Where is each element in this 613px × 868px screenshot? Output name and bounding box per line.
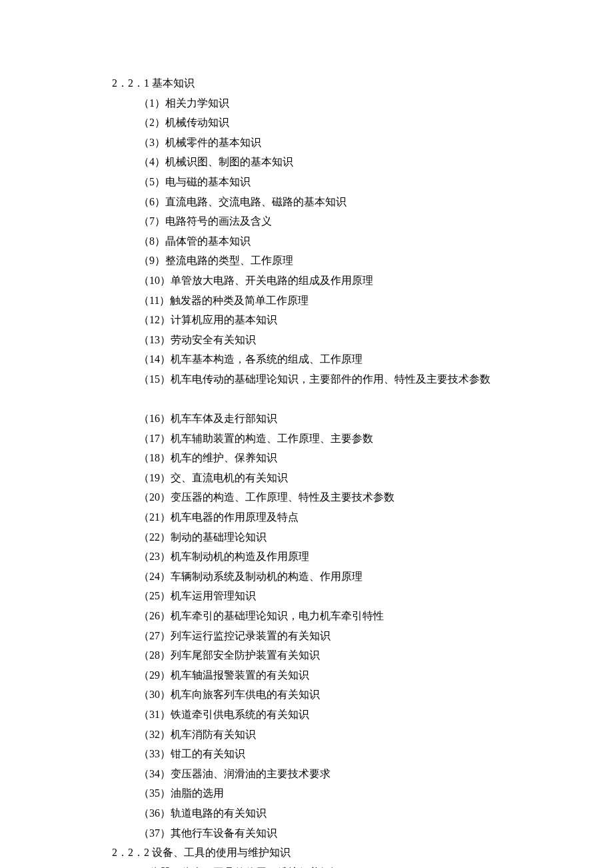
list-item: （28）列车尾部安全防护装置有关知识 — [139, 647, 546, 664]
list-item: （5）电与磁的基本知识 — [139, 173, 546, 191]
list-item: （20）变压器的构造、工作原理、特性及主要技术参数 — [139, 489, 546, 506]
list-item: （18）机车的维护、保养知识 — [139, 449, 546, 467]
list-item: （9）整流电路的类型、工作原理 — [139, 252, 546, 269]
list-item: （1）相关力学知识 — [139, 95, 546, 112]
list-item: （17）机车辅助装置的构造、工作原理、主要参数 — [139, 430, 546, 447]
list-item: （12）计算机应用的基本知识 — [139, 311, 546, 329]
list-item: （7）电路符号的画法及含义 — [139, 213, 546, 230]
list-item: （22）制动的基础理论知识 — [139, 529, 546, 546]
list-item: （35）油脂的选用 — [139, 785, 546, 802]
list-item: （36）轨道电路的有关知识 — [139, 805, 546, 822]
list-item: （3）机械零件的基本知识 — [139, 134, 546, 151]
list-item: （13）劳动安全有关知识 — [139, 331, 546, 349]
list-item: （34）变压器油、润滑油的主要技术要求 — [139, 765, 546, 783]
list-item: （32）机车消防有关知识 — [139, 726, 546, 743]
list-item: （25）机车运用管理知识 — [139, 587, 546, 605]
list-item: （6）直流电路、交流电路、磁路的基本知识 — [139, 193, 546, 211]
list-item: 仪器、仪表、工具的使用、维护保养知识 — [149, 864, 546, 868]
list-item: （14）机车基本构造，各系统的组成、工作原理 — [139, 351, 546, 368]
list-item: （4）机械识图、制图的基本知识 — [139, 153, 546, 171]
list-item: （27）列车运行监控记录装置的有关知识 — [139, 627, 546, 645]
list-item: （31）铁道牵引供电系统的有关知识 — [139, 706, 546, 723]
list-item: （33）钳工的有关知识 — [139, 745, 546, 763]
blank-line — [139, 391, 546, 408]
list-item: （11）触发器的种类及简单工作原理 — [139, 292, 546, 309]
section-heading: 2．2．2 设备、工具的使用与维护知识 — [112, 844, 546, 861]
list-item: （23）机车制动机的构造及作用原理 — [139, 548, 546, 565]
list-item: （2）机械传动知识 — [139, 114, 546, 131]
list-item: （30）机车向旅客列车供电的有关知识 — [139, 686, 546, 703]
list-item: （24）车辆制动系统及制动机的构造、作用原理 — [139, 568, 546, 585]
list-item: （19）交、直流电机的有关知识 — [139, 469, 546, 487]
section-heading: 2．2．1 基本知识 — [112, 75, 546, 92]
list-item: （21）机车电器的作用原理及特点 — [139, 509, 546, 526]
list-item: （37）其他行车设备有关知识 — [139, 825, 546, 842]
list-item: （8）晶体管的基本知识 — [139, 233, 546, 250]
list-item: （26）机车牵引的基础理论知识，电力机车牵引特性 — [139, 607, 546, 625]
document-page: 2．2．1 基本知识 （1）相关力学知识 （2）机械传动知识 （3）机械零件的基… — [0, 0, 613, 868]
list-item: （16）机车车体及走行部知识 — [139, 410, 546, 427]
list-item: （15）机车电传动的基础理论知识，主要部件的作用、特性及主要技术参数 — [139, 371, 546, 388]
list-item: （10）单管放大电路、开关电路的组成及作用原理 — [139, 272, 546, 289]
list-item: （29）机车轴温报警装置的有关知识 — [139, 667, 546, 684]
